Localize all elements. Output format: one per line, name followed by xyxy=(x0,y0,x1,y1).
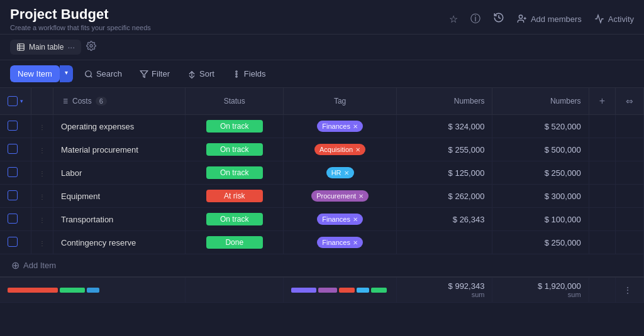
header-left: Project Budget Create a workflow that fi… xyxy=(10,6,151,31)
row-checkbox[interactable] xyxy=(8,214,18,224)
status-badge[interactable]: At risk xyxy=(206,190,263,202)
activity-button[interactable]: Activity xyxy=(594,14,634,24)
drag-handle-icon[interactable]: ⋮ xyxy=(39,147,45,154)
history-icon[interactable] xyxy=(493,12,504,26)
footer-extra2: ⋮ xyxy=(615,277,643,303)
select-all-chevron[interactable]: ▾ xyxy=(20,98,23,104)
row-numbers2-cell: $ 500,000 xyxy=(492,138,589,161)
filter-button[interactable]: Filter xyxy=(133,66,176,82)
drag-handle-icon[interactable]: ⋮ xyxy=(39,217,45,224)
table-body: ⋮ Operating expenses On track Finances ✕… xyxy=(0,115,644,303)
table-row: ⋮ Transportation On track Finances ✕ $ 2… xyxy=(0,208,644,231)
svg-rect-3 xyxy=(18,44,25,51)
tag-remove-icon[interactable]: ✕ xyxy=(353,239,358,246)
row-extra1 xyxy=(589,208,615,231)
page-subtitle: Create a workflow that fits your specifi… xyxy=(10,24,151,31)
settings-button[interactable] xyxy=(86,41,96,53)
add-column-button[interactable]: + xyxy=(597,93,608,109)
row-checkbox[interactable] xyxy=(8,190,18,200)
svg-point-7 xyxy=(90,45,92,47)
row-name: Transportation xyxy=(61,215,113,224)
fields-button[interactable]: Fields xyxy=(226,66,272,82)
table-row: ⋮ Material procurement On track Acquisit… xyxy=(0,138,644,161)
table-tab-dots[interactable]: ··· xyxy=(67,42,75,52)
row-numbers1-cell: $ 262,000 xyxy=(396,185,492,208)
status-badge[interactable]: Done xyxy=(206,236,263,249)
tag-remove-icon[interactable]: ✕ xyxy=(344,170,349,176)
add-item-row[interactable]: ⊕ Add Item xyxy=(0,254,644,278)
tag-badge[interactable]: Finances ✕ xyxy=(317,237,363,248)
main-table-tab[interactable]: Main table ··· xyxy=(10,40,81,55)
tag-badge[interactable]: Procurement ✕ xyxy=(311,190,369,202)
status-badge[interactable]: On track xyxy=(206,143,263,156)
search-button[interactable]: Search xyxy=(78,66,128,82)
row-checkbox[interactable] xyxy=(8,121,18,131)
select-all-checkbox[interactable] xyxy=(8,96,18,106)
bar-seg-violet xyxy=(291,288,316,293)
row-extra2 xyxy=(615,115,643,138)
status-badge[interactable]: On track xyxy=(206,213,263,225)
row-extra1 xyxy=(589,231,615,254)
tag-badge[interactable]: Finances ✕ xyxy=(317,121,363,132)
tag-remove-icon[interactable]: ✕ xyxy=(353,216,358,223)
row-checkbox[interactable] xyxy=(8,167,18,177)
row-checkbox[interactable] xyxy=(8,237,18,247)
row-drag-cell: ⋮ xyxy=(31,185,53,208)
status-badge[interactable]: On track xyxy=(206,120,263,133)
tag-badge[interactable]: Acquisition ✕ xyxy=(314,144,365,155)
row-tag-cell: Finances ✕ xyxy=(284,208,397,231)
row-checkbox-cell xyxy=(0,138,31,161)
row-name-cell: Transportation xyxy=(53,208,186,231)
row-extra1 xyxy=(589,115,615,138)
svg-point-12 xyxy=(236,73,237,74)
info-icon[interactable]: ⓘ xyxy=(470,13,480,26)
row-checkbox[interactable] xyxy=(8,144,18,154)
drag-handle-icon[interactable]: ⋮ xyxy=(39,170,45,177)
bar-segment-green xyxy=(60,288,85,293)
row-numbers1-cell: $ 26,343 xyxy=(396,208,492,231)
row-drag-cell: ⋮ xyxy=(31,161,53,185)
tag-remove-icon[interactable]: ✕ xyxy=(355,146,360,153)
svg-point-0 xyxy=(519,15,522,18)
tag-remove-icon[interactable]: ✕ xyxy=(353,123,358,130)
sort-button[interactable]: Sort xyxy=(181,66,221,82)
resize-columns-button[interactable]: ⇔ xyxy=(623,94,636,109)
tag-remove-icon[interactable]: ✕ xyxy=(358,193,364,200)
row-drag-cell: ⋮ xyxy=(31,115,53,138)
row-checkbox-cell xyxy=(0,161,31,185)
row-drag-cell: ⋮ xyxy=(31,231,53,254)
row-numbers1-cell xyxy=(396,231,492,254)
th-checkbox: ▾ xyxy=(0,88,31,115)
row-status-cell: Done xyxy=(186,231,284,254)
add-item-cell[interactable]: ⊕ Add Item xyxy=(0,254,644,278)
tag-label: Finances xyxy=(322,215,350,223)
drag-handle-icon[interactable]: ⋮ xyxy=(39,240,45,247)
footer-sum2-cell: $ 1,920,000 sum xyxy=(492,277,589,303)
tag-label: HR xyxy=(331,169,341,176)
footer-row: $ 992,343 sum $ 1,920,000 sum ⋮ xyxy=(0,277,644,303)
drag-handle-icon[interactable]: ⋮ xyxy=(39,193,45,200)
table-container: ▾ Costs 6 Status Tag Number xyxy=(0,88,644,336)
search-label: Search xyxy=(96,69,122,79)
new-item-label: New Item xyxy=(18,69,52,79)
status-badge[interactable]: On track xyxy=(206,166,263,179)
footer-more-icon[interactable]: ⋮ xyxy=(623,285,632,295)
th-costs: Costs 6 xyxy=(53,88,186,115)
tag-badge[interactable]: HR ✕ xyxy=(326,167,354,178)
row-name: Equipment xyxy=(61,192,100,201)
row-checkbox-cell xyxy=(0,185,31,208)
footer-empty1 xyxy=(186,277,284,303)
star-icon[interactable]: ☆ xyxy=(449,13,458,25)
row-name: Contingency reserve xyxy=(61,238,136,247)
th-numbers2: Numbers xyxy=(492,88,589,115)
tag-badge[interactable]: Finances ✕ xyxy=(317,214,363,225)
drag-handle-icon[interactable]: ⋮ xyxy=(39,124,45,131)
add-members-button[interactable]: Add members xyxy=(517,14,582,24)
new-item-dropdown-button[interactable]: ▾ xyxy=(60,65,73,82)
row-numbers1-cell: $ 125,000 xyxy=(396,161,492,185)
tag-label: Finances xyxy=(322,122,350,130)
new-item-button[interactable]: New Item xyxy=(10,65,60,82)
row-extra2 xyxy=(615,161,643,185)
row-drag-cell: ⋮ xyxy=(31,208,53,231)
row-tag-cell: HR ✕ xyxy=(284,161,397,185)
